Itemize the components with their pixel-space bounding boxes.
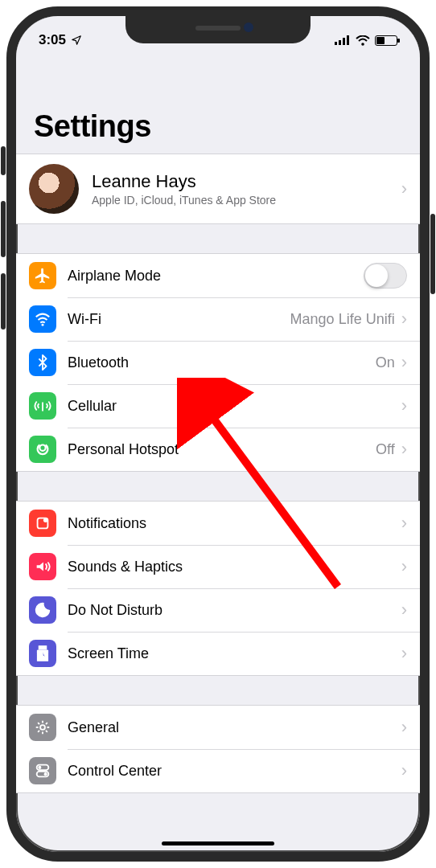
chevron-right-icon: › bbox=[401, 352, 407, 373]
settings-group: Airplane Mode Wi-Fi Mango Life Unifi › B… bbox=[16, 253, 420, 472]
row-label: Notifications bbox=[68, 515, 401, 532]
svg-point-12 bbox=[44, 772, 47, 776]
notch bbox=[125, 16, 311, 43]
row-airplane[interactable]: Airplane Mode bbox=[16, 254, 420, 297]
battery-icon bbox=[375, 35, 397, 46]
row-label: Sounds & Haptics bbox=[68, 559, 401, 575]
hotspot-icon bbox=[29, 436, 56, 463]
row-value: Mango Life Unifi bbox=[290, 311, 395, 328]
screentime-icon bbox=[29, 640, 56, 667]
svg-point-5 bbox=[42, 324, 44, 326]
svg-rect-2 bbox=[343, 38, 345, 45]
svg-point-4 bbox=[361, 43, 364, 46]
row-label: Wi-Fi bbox=[68, 311, 290, 328]
screen: 3:05 Settings bbox=[16, 16, 420, 852]
home-indicator[interactable] bbox=[162, 841, 274, 845]
chevron-right-icon: › bbox=[401, 178, 407, 199]
row-label: Control Center bbox=[68, 763, 401, 780]
svg-rect-3 bbox=[347, 35, 349, 45]
row-general[interactable]: General › bbox=[16, 706, 420, 749]
wifi-status-icon bbox=[356, 35, 370, 46]
chevron-right-icon: › bbox=[401, 556, 407, 577]
row-label: Do Not Disturb bbox=[68, 602, 401, 619]
row-screentime[interactable]: Screen Time › bbox=[16, 632, 420, 675]
row-notifications[interactable]: Notifications › bbox=[16, 502, 420, 545]
chevron-right-icon: › bbox=[401, 395, 407, 416]
row-label: Screen Time bbox=[68, 645, 401, 662]
svg-point-7 bbox=[43, 518, 47, 523]
notifications-icon bbox=[29, 510, 56, 537]
settings-group: Notifications › Sounds & Haptics › Do No… bbox=[16, 501, 420, 676]
chevron-right-icon: › bbox=[401, 513, 407, 534]
row-cellular[interactable]: Cellular › bbox=[16, 384, 420, 428]
chevron-right-icon: › bbox=[401, 600, 407, 620]
row-wifi[interactable]: Wi-Fi Mango Life Unifi › bbox=[16, 297, 420, 341]
row-bluetooth[interactable]: Bluetooth On › bbox=[16, 341, 420, 384]
avatar bbox=[29, 164, 79, 214]
sounds-icon bbox=[29, 553, 56, 580]
account-group: Leanne Hays Apple ID, iCloud, iTunes & A… bbox=[16, 154, 420, 224]
row-value: Off bbox=[376, 441, 395, 458]
dnd-icon bbox=[29, 596, 56, 624]
row-hotspot[interactable]: Personal Hotspot Off › bbox=[16, 428, 420, 471]
cellular-icon bbox=[29, 392, 56, 420]
page-header: Settings bbox=[16, 55, 420, 154]
chevron-right-icon: › bbox=[401, 439, 407, 460]
airplane-icon bbox=[29, 262, 56, 289]
controlcenter-icon bbox=[29, 757, 56, 784]
row-label: Airplane Mode bbox=[68, 268, 364, 285]
account-row[interactable]: Leanne Hays Apple ID, iCloud, iTunes & A… bbox=[16, 154, 420, 223]
row-label: Personal Hotspot bbox=[68, 441, 376, 458]
page-title: Settings bbox=[34, 109, 402, 144]
phone-frame: 3:05 Settings bbox=[6, 6, 430, 862]
svg-rect-1 bbox=[339, 40, 341, 45]
row-value: On bbox=[376, 354, 395, 371]
cell-signal-icon bbox=[335, 35, 351, 45]
chevron-right-icon: › bbox=[401, 760, 407, 781]
row-label: Bluetooth bbox=[68, 354, 376, 371]
svg-point-8 bbox=[40, 725, 45, 730]
status-time: 3:05 bbox=[39, 32, 66, 48]
gear-icon bbox=[29, 714, 56, 741]
row-label: Cellular bbox=[68, 398, 401, 415]
row-controlcenter[interactable]: Control Center › bbox=[16, 749, 420, 792]
svg-point-10 bbox=[38, 766, 41, 769]
account-name: Leanne Hays bbox=[92, 171, 401, 192]
row-label: General bbox=[68, 719, 401, 736]
bluetooth-icon bbox=[29, 349, 56, 376]
settings-group: General › Control Center › bbox=[16, 705, 420, 793]
chevron-right-icon: › bbox=[401, 717, 407, 738]
svg-rect-0 bbox=[335, 42, 337, 45]
row-sounds[interactable]: Sounds & Haptics › bbox=[16, 545, 420, 588]
wifi-icon bbox=[29, 305, 56, 333]
account-subtitle: Apple ID, iCloud, iTunes & App Store bbox=[92, 194, 401, 207]
row-dnd[interactable]: Do Not Disturb › bbox=[16, 588, 420, 632]
chevron-right-icon: › bbox=[401, 643, 407, 664]
chevron-right-icon: › bbox=[401, 309, 407, 330]
location-icon bbox=[71, 35, 82, 46]
airplane-switch[interactable] bbox=[364, 263, 407, 289]
